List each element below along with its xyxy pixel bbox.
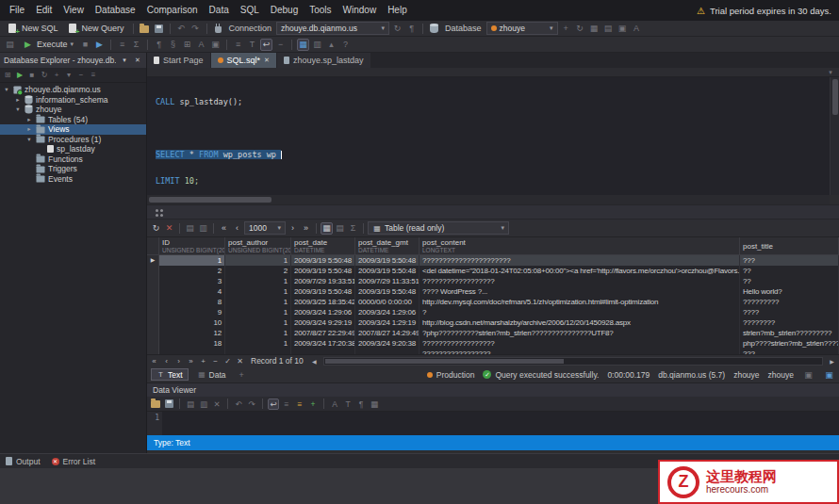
save-icon[interactable] bbox=[153, 23, 165, 35]
tab-sql-document[interactable]: SQL.sql* bbox=[211, 53, 276, 68]
table-row[interactable]: 18 1 2009/3/24 17:20:38 2009/3/24 9:20:3… bbox=[147, 338, 839, 349]
cell-post-content[interactable]: ???? WordPress ?... bbox=[420, 286, 740, 297]
new-connection-icon[interactable] bbox=[2, 70, 13, 81]
cell-post-title[interactable]: ???????? bbox=[740, 317, 839, 328]
chevron-down-icon[interactable] bbox=[826, 68, 835, 76]
new-database-icon[interactable] bbox=[560, 23, 572, 35]
menu-item[interactable]: Comparison bbox=[141, 0, 204, 21]
hex-view-icon[interactable] bbox=[369, 398, 380, 410]
grid-horizontal-scrollbar[interactable] bbox=[323, 357, 823, 366]
insert-record-icon[interactable] bbox=[198, 357, 208, 366]
security-manager-icon[interactable] bbox=[631, 23, 643, 35]
connection-select[interactable]: zhouye.db.qianmo.us bbox=[276, 22, 389, 35]
editor-results-splitter[interactable] bbox=[147, 204, 839, 219]
cell-post-date-gmt[interactable]: 2009/3/24 1:29:06 bbox=[355, 307, 420, 317]
scrollbar-thumb[interactable] bbox=[832, 79, 838, 115]
sql-editor[interactable]: CALL sp_lastday(); SELECT * FROM wp_post… bbox=[147, 77, 830, 195]
cell-post-date[interactable]: 2007/8/27 22:29:49 bbox=[291, 328, 355, 338]
column-header-post-title[interactable]: post_title bbox=[740, 237, 839, 254]
cell-post-date[interactable]: 2009/3/24 9:29:19 bbox=[291, 317, 355, 328]
cell-id[interactable]: 18 bbox=[159, 338, 225, 349]
cell-post-title[interactable]: ?? bbox=[740, 266, 839, 276]
first-page-icon[interactable] bbox=[218, 222, 230, 235]
last-page-icon[interactable] bbox=[300, 222, 312, 235]
pin-results-icon[interactable] bbox=[325, 39, 337, 51]
collapse-all-icon[interactable] bbox=[75, 70, 87, 81]
previous-page-icon[interactable] bbox=[231, 222, 243, 235]
cell-post-date[interactable]: 2009/3/24 17:20:38 bbox=[291, 338, 355, 349]
format-sql-icon[interactable] bbox=[153, 39, 165, 51]
close-icon[interactable] bbox=[133, 56, 142, 65]
cell-post-date-gmt[interactable]: 2009/3/19 5:50:48 bbox=[355, 286, 420, 297]
menu-item[interactable]: Window bbox=[337, 0, 383, 21]
undo-icon[interactable] bbox=[175, 23, 188, 35]
table-row[interactable]: 3 1 2009/7/29 19:33:51 2009/7/29 11:33:5… bbox=[147, 276, 839, 286]
cell-post-date-gmt[interactable]: 2009/7/29 11:33:51 bbox=[355, 276, 420, 286]
menu-item[interactable]: Tools bbox=[304, 0, 337, 21]
stop-retrieval-icon[interactable] bbox=[163, 222, 175, 235]
tab-output[interactable]: Output bbox=[6, 457, 41, 466]
cell-post-title[interactable]: ????????? bbox=[740, 297, 839, 307]
previous-record-icon[interactable] bbox=[161, 357, 172, 366]
column-header-post-date[interactable]: post_date DATETIME bbox=[291, 237, 355, 254]
results-grid[interactable]: 1 1 2009/3/19 5:50:48 2009/3/19 5:50:48 … bbox=[147, 255, 839, 354]
layout-toggle-icon[interactable] bbox=[802, 368, 814, 381]
show-symbols-icon[interactable] bbox=[355, 398, 367, 410]
query-profiler-icon[interactable] bbox=[130, 39, 142, 51]
tab-start-page[interactable]: Start Page bbox=[147, 53, 210, 68]
cell-post-author[interactable]: 1 bbox=[225, 276, 291, 286]
scroll-right-icon[interactable] bbox=[827, 358, 837, 365]
tree-item-views[interactable]: Views bbox=[0, 124, 146, 135]
cell-post-date[interactable]: 2009/3/24 1:29:06 bbox=[291, 307, 355, 317]
tree-item-triggers[interactable]: Triggers bbox=[0, 164, 146, 174]
cell-post-date[interactable]: 2009/3/19 5:50:48 bbox=[291, 255, 355, 266]
copy-icon[interactable] bbox=[185, 398, 196, 410]
cell-post-date[interactable]: 2009/3/19 5:50:48 bbox=[291, 286, 355, 297]
tab-sp-lastday[interactable]: zhouye.sp_lastday bbox=[277, 53, 370, 68]
highlight-icon[interactable] bbox=[294, 398, 305, 410]
find-icon[interactable] bbox=[195, 39, 207, 51]
new-object-icon[interactable] bbox=[51, 70, 62, 81]
paste-icon[interactable] bbox=[198, 398, 209, 410]
cell-post-author[interactable]: 1 bbox=[225, 255, 291, 266]
column-header-post-author[interactable]: post_author UNSIGNED BIGINT(20) bbox=[225, 237, 291, 254]
cell-post-title[interactable]: ??? bbox=[740, 255, 839, 266]
refresh-icon[interactable] bbox=[39, 70, 50, 81]
cell-post-date[interactable]: 2009/3/25 18:35:42 bbox=[291, 297, 355, 307]
menu-item[interactable]: Data bbox=[204, 0, 235, 21]
export-data-icon[interactable] bbox=[184, 222, 196, 235]
manage-connections-icon[interactable] bbox=[405, 23, 418, 35]
cell-post-content[interactable]: ?????????????????? bbox=[420, 338, 740, 349]
refresh-connection-icon[interactable] bbox=[391, 23, 403, 35]
redo-icon[interactable] bbox=[189, 23, 202, 35]
tab-data-view[interactable]: Data bbox=[192, 368, 232, 381]
editor-horizontal-scrollbar[interactable] bbox=[147, 195, 830, 204]
word-wrap-icon[interactable] bbox=[260, 39, 272, 51]
aggregates-icon[interactable] bbox=[347, 222, 359, 235]
execute-button[interactable]: Execute bbox=[18, 38, 77, 52]
add-view-icon[interactable] bbox=[236, 368, 248, 381]
cell-post-author[interactable]: 1 bbox=[225, 317, 291, 328]
scrollbar-thumb[interactable] bbox=[149, 197, 271, 203]
tab-text-view[interactable]: Text bbox=[151, 368, 189, 381]
cell-post-author[interactable]: 1 bbox=[225, 328, 291, 338]
menu-item[interactable]: File bbox=[4, 0, 30, 21]
next-page-icon[interactable] bbox=[287, 222, 299, 235]
menu-item[interactable]: SQL bbox=[235, 0, 265, 21]
align-left-icon[interactable] bbox=[281, 398, 292, 410]
cell-id[interactable]: 4 bbox=[159, 286, 225, 297]
data-viewer-text[interactable] bbox=[162, 412, 839, 435]
cell-post-content[interactable]: ?????????????????? bbox=[420, 276, 740, 286]
cell-post-author[interactable]: 1 bbox=[225, 307, 291, 317]
tree-item-information-schema[interactable]: information_schema bbox=[0, 95, 146, 106]
disconnect-icon[interactable] bbox=[26, 70, 38, 81]
column-header-post-content[interactable]: post_content LONGTEXT bbox=[420, 237, 740, 254]
cell-id[interactable]: 1 bbox=[159, 255, 225, 266]
cancel-edit-icon[interactable] bbox=[235, 357, 245, 366]
cell-id[interactable]: 10 bbox=[159, 317, 225, 328]
cut-icon[interactable] bbox=[211, 398, 222, 410]
refresh-results-icon[interactable] bbox=[150, 222, 162, 235]
maximize-results-icon[interactable] bbox=[823, 368, 835, 381]
expander-icon[interactable] bbox=[14, 106, 22, 113]
tree-item-connection[interactable]: zhouye.db.qianmo.us bbox=[0, 85, 146, 95]
